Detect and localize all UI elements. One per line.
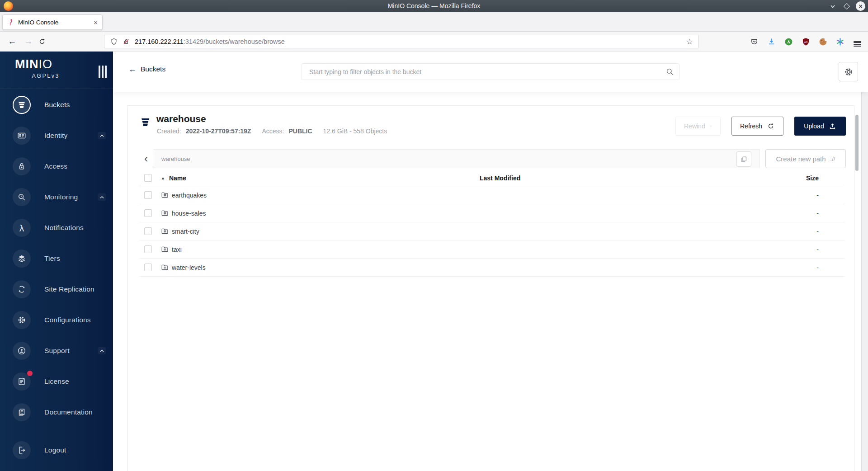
sidebar-collapse-icon[interactable] <box>99 66 107 78</box>
sidebar-label: Support <box>44 347 70 355</box>
sidebar-item-documentation[interactable]: Documentation <box>0 397 113 428</box>
chevron-up-icon[interactable] <box>98 347 106 354</box>
window-minimize-button[interactable] <box>828 1 837 11</box>
sidebar-item-access[interactable]: Access <box>0 151 113 182</box>
sidebar-label: Site Replication <box>44 285 94 293</box>
row-checkbox[interactable] <box>144 209 152 217</box>
window-close-button[interactable]: × <box>856 1 865 11</box>
folder-icon <box>161 245 169 253</box>
create-new-path-button[interactable]: Create new path :// <box>765 149 846 168</box>
object-size: - <box>768 246 845 253</box>
sidebar-item-license[interactable]: License <box>0 366 113 397</box>
table-row[interactable]: water-levels - <box>139 259 845 277</box>
chevron-up-icon[interactable] <box>98 193 106 201</box>
path-glyph-icon: :// <box>830 155 835 162</box>
table-row[interactable]: taxi - <box>139 240 845 259</box>
back-arrow-icon: ← <box>128 65 137 73</box>
name-column-header[interactable]: ▲ Name <box>161 174 480 182</box>
folder-icon <box>161 191 169 199</box>
browser-toolbar: ← → 217.160.222.211:31429/buckets/wareho… <box>0 32 868 52</box>
window-title: MinIO Console — Mozilla Firefox <box>0 0 868 12</box>
sidebar-item-buckets[interactable]: Buckets <box>0 89 113 120</box>
id-card-icon <box>13 127 31 145</box>
sidebar-item-logout[interactable]: Logout <box>0 435 113 466</box>
access-value[interactable]: PUBLIC <box>288 127 312 135</box>
object-name[interactable]: earthquakes <box>172 192 207 199</box>
object-name[interactable]: water-levels <box>172 264 206 271</box>
last-modified-column-header: Last Modified <box>480 174 768 182</box>
forward-button: → <box>22 35 35 48</box>
tab-title: MinIO Console <box>18 19 91 26</box>
reload-button[interactable] <box>38 35 52 48</box>
minio-logo: MINIO <box>15 57 52 71</box>
folder-icon <box>161 209 169 217</box>
settings-gear-button[interactable] <box>839 62 858 81</box>
support-person-icon <box>13 342 31 360</box>
row-checkbox[interactable] <box>144 245 152 253</box>
row-checkbox[interactable] <box>144 227 152 235</box>
tab-close-icon[interactable]: × <box>94 19 98 26</box>
window-scrollbar[interactable] <box>861 52 868 471</box>
url-host: 217.160.222.211 <box>135 38 184 45</box>
cookie-icon[interactable] <box>818 37 828 47</box>
pocket-icon[interactable] <box>749 37 760 47</box>
copy-path-button[interactable] <box>736 151 751 167</box>
upload-icon <box>829 122 836 130</box>
back-button[interactable]: ← <box>5 35 19 48</box>
table-row[interactable]: house-sales - <box>139 204 845 222</box>
url-text[interactable]: 217.160.222.211:31429/buckets/warehouse/… <box>135 38 686 45</box>
sidebar-item-identity[interactable]: Identity <box>0 120 113 151</box>
sidebar-label: Identity <box>44 132 68 140</box>
browser-tab[interactable]: MinIO Console × <box>2 14 103 30</box>
object-name[interactable]: smart-city <box>172 228 199 235</box>
object-name[interactable]: house-sales <box>172 210 206 217</box>
sidebar-item-monitoring[interactable]: Monitoring <box>0 182 113 212</box>
table-header-row: ▲ Name Last Modified Size <box>139 170 845 186</box>
logout-icon <box>13 441 31 459</box>
lock-icon <box>13 157 31 175</box>
sidebar-item-site-replication[interactable]: Site Replication <box>0 274 113 305</box>
filter-objects-input[interactable] <box>302 63 679 80</box>
bookmark-star-icon[interactable]: ☆ <box>686 37 693 47</box>
tab-bar: MinIO Console × + <box>0 12 868 32</box>
sidebar-item-support[interactable]: Support <box>0 335 113 366</box>
breadcrumb-buckets-link[interactable]: ← Buckets <box>128 65 165 73</box>
sidebar-label: Access <box>44 162 67 170</box>
bucket-browser-card: warehouse Created: 2022-10-27T09:57:19Z … <box>127 105 854 471</box>
refresh-button[interactable]: Refresh <box>731 117 783 136</box>
object-size: - <box>768 264 845 271</box>
sidebar-item-tiers[interactable]: Tiers <box>0 243 113 274</box>
object-name[interactable]: taxi <box>172 246 182 253</box>
minio-favicon-icon <box>7 19 14 26</box>
path-row: ‹ warehouse Create new path :// <box>139 149 846 168</box>
gear-icon <box>843 66 854 77</box>
bucket-header: warehouse Created: 2022-10-27T09:57:19Z … <box>128 106 854 141</box>
downloads-icon[interactable] <box>766 37 777 47</box>
table-row[interactable]: earthquakes - <box>139 186 845 204</box>
ublock-origin-icon[interactable]: uO <box>801 37 811 47</box>
sidebar-label: License <box>44 377 69 386</box>
upload-button[interactable]: Upload <box>794 117 846 136</box>
privacy-badger-icon[interactable] <box>783 37 794 47</box>
path-back-button[interactable]: ‹ <box>139 149 153 168</box>
menu-hamburger-icon[interactable] <box>852 37 863 47</box>
bucket-name: warehouse <box>156 113 206 124</box>
sidebar-item-notifications[interactable]: λ Notifications <box>0 212 113 243</box>
main-panel: ← Buckets warehouse Created: 2022-10-27T… <box>113 52 868 471</box>
content-scrollbar-thumb[interactable] <box>855 115 859 171</box>
row-checkbox[interactable] <box>144 264 152 271</box>
url-bar[interactable]: 217.160.222.211:31429/buckets/warehouse/… <box>104 35 699 48</box>
row-checkbox[interactable] <box>144 191 152 199</box>
sidebar-item-configurations[interactable]: Configurations <box>0 305 113 335</box>
minio-console: MINIO AGPLv3 Buckets Identity <box>0 52 868 471</box>
insecure-lock-icon[interactable] <box>122 38 130 46</box>
chevron-up-icon[interactable] <box>98 132 106 139</box>
containers-asterisk-icon[interactable] <box>835 37 845 47</box>
shield-permissions-icon[interactable] <box>110 38 118 46</box>
window-maximize-button[interactable] <box>842 1 851 11</box>
replication-sync-icon <box>13 280 31 298</box>
table-row[interactable]: smart-city - <box>139 222 845 240</box>
current-path: warehouse <box>161 155 190 162</box>
select-all-checkbox[interactable] <box>144 174 152 182</box>
objects-table: ▲ Name Last Modified Size earthquakes - <box>139 170 845 277</box>
